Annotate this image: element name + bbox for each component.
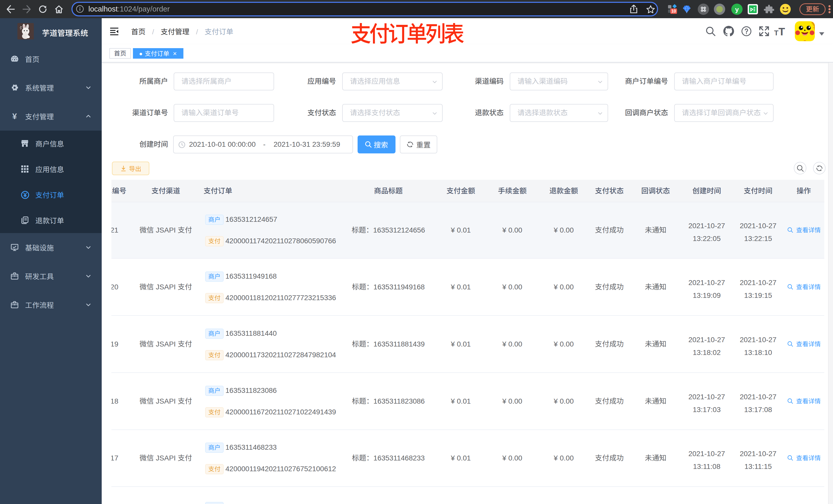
svg-text:y: y (735, 6, 739, 13)
svg-text:10: 10 (671, 9, 676, 13)
